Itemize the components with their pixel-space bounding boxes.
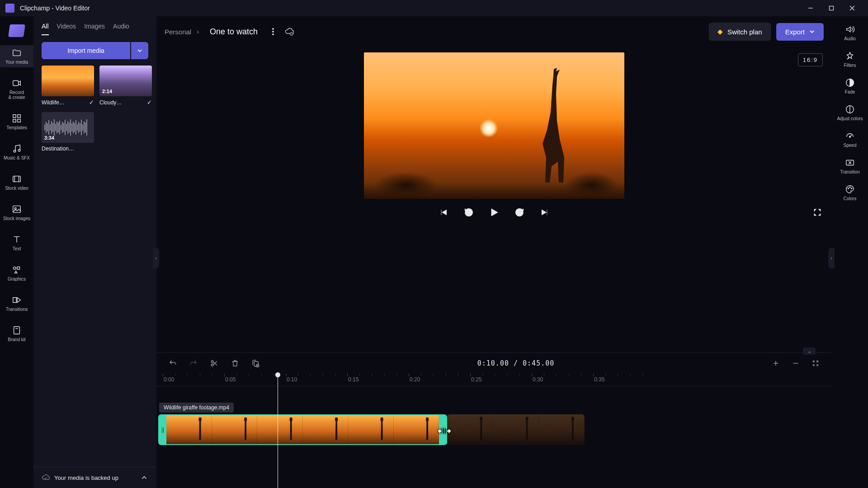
svg-rect-1 [830,6,834,10]
timeline-clip-ghost [447,414,585,445]
svg-point-16 [14,267,16,270]
sidebar-item-transitions[interactable]: Transitions [0,292,33,314]
play-button[interactable] [488,206,500,219]
collapse-right-panel-handle[interactable]: › [828,248,835,268]
media-thumbnail [42,66,94,96]
check-icon: ✓ [147,99,152,106]
skip-back-button[interactable] [437,206,450,219]
clip-trim-handle-left[interactable]: || [159,415,166,444]
timeline-tracks[interactable]: Wildlife giraffe footage.mp4 || || [156,386,832,488]
media-tabs: All Videos Images Audio [33,16,156,36]
delete-button[interactable] [227,355,243,371]
right-item-adjust-colors[interactable]: Adjust colors [837,104,863,121]
sidebar-item-stock-images[interactable]: Stock images [0,202,33,224]
media-item[interactable]: Wildlife… ✓ [42,66,94,106]
skip-forward-button[interactable] [538,206,551,219]
waveform-icon [44,118,91,137]
right-item-audio[interactable]: Audio [844,24,856,41]
svg-rect-11 [13,176,21,182]
fit-timeline-button[interactable] [807,355,824,371]
window-title: Clipchamp - Video Editor [20,5,800,12]
switch-plan-button[interactable]: ◆ Switch plan [709,23,771,41]
chevron-down-icon [809,29,815,34]
rewind-button[interactable] [462,206,475,219]
forward-button[interactable] [513,206,526,219]
sidebar-item-templates[interactable]: Templates [0,111,33,133]
right-item-filters[interactable]: Filters [844,51,856,68]
tab-images[interactable]: Images [84,23,105,35]
svg-rect-17 [17,267,19,270]
import-media-button[interactable]: Import media [42,42,130,59]
svg-point-22 [273,31,274,33]
svg-point-38 [849,136,851,137]
maximize-button[interactable] [821,0,842,16]
cloud-sync-icon [285,27,294,36]
playhead[interactable] [278,374,278,488]
svg-point-23 [273,34,274,35]
right-item-colors[interactable]: Colors [844,184,857,201]
zoom-in-button[interactable] [768,355,784,371]
title-bar: Clipchamp - Video Editor [0,0,868,16]
chevron-down-icon [137,48,142,53]
brand-logo-icon [8,24,25,37]
tab-all[interactable]: All [42,23,49,35]
chevron-up-icon [140,474,148,482]
timeline-expand-handle[interactable]: ⌄ [803,347,816,355]
right-item-speed[interactable]: Speed [844,131,857,148]
chevron-right-icon: › [197,28,199,35]
close-button[interactable] [842,0,863,16]
svg-point-41 [849,187,850,188]
timeline-clip[interactable]: || || [158,414,447,445]
fullscreen-button[interactable] [811,206,824,219]
media-item[interactable]: 3:34 Destination… [42,112,94,152]
project-name[interactable]: One to watch [204,24,263,39]
media-item[interactable]: 2:14 Cloudy… ✓ [99,66,152,106]
tab-videos[interactable]: Videos [57,23,76,35]
timeline-ruler[interactable]: 0:000:050:100:150:200:250:300:35 [156,374,832,386]
svg-point-40 [848,188,849,189]
import-media-dropdown[interactable] [131,42,148,59]
video-preview[interactable] [364,52,624,199]
trim-cursor-icon [437,426,452,436]
sidebar-item-text[interactable]: Text [0,232,33,254]
right-item-fade[interactable]: Fade [845,78,855,94]
svg-rect-4 [13,81,19,86]
right-item-transition[interactable]: Transition [840,158,860,174]
media-duration: 3:34 [44,135,54,141]
app-icon [5,4,14,13]
sidebar-item-graphics[interactable]: Graphics [0,262,33,284]
sidebar-item-brand-kit[interactable]: Brand kit [0,323,33,345]
right-sidebar: › Audio Filters Fade Adjust colors Speed [832,16,868,488]
svg-point-10 [18,149,20,151]
clip-tooltip: Wildlife giraffe footage.mp4 [159,403,234,413]
scene-sun [480,119,498,137]
timeline-toolbar: 0:10.00 / 0:45.00 [156,353,832,374]
aspect-ratio-button[interactable]: 16:9 [798,53,823,66]
tab-audio[interactable]: Audio [113,23,129,35]
backup-status-bar[interactable]: Your media is backed up [33,467,156,488]
zoom-out-button[interactable] [788,355,804,371]
media-name: Destination… [42,145,74,152]
sidebar-item-music-sfx[interactable]: Music & SFX [0,141,33,163]
undo-button[interactable] [165,355,181,371]
sidebar-item-stock-video[interactable]: Stock video [0,171,33,193]
preview-area: 16:9 [156,47,832,352]
scene-ground [364,183,624,199]
gem-icon: ◆ [717,28,723,36]
breadcrumb[interactable]: Personal [165,28,191,36]
redo-button[interactable] [185,355,202,371]
more-options-button[interactable] [269,25,278,38]
split-button[interactable] [206,355,222,371]
svg-rect-8 [18,119,20,122]
sync-status-button[interactable] [283,25,296,38]
minimize-button[interactable] [800,0,821,16]
svg-rect-5 [13,115,16,117]
export-button[interactable]: Export [776,23,824,41]
svg-point-26 [211,364,213,366]
sidebar-item-record-create[interactable]: Record & create [0,75,33,103]
check-icon: ✓ [89,99,94,106]
duplicate-button[interactable] [248,355,264,371]
sidebar-item-your-media[interactable]: Your media [0,45,33,67]
clip-frames [166,415,439,444]
cloud-check-icon [42,474,50,482]
